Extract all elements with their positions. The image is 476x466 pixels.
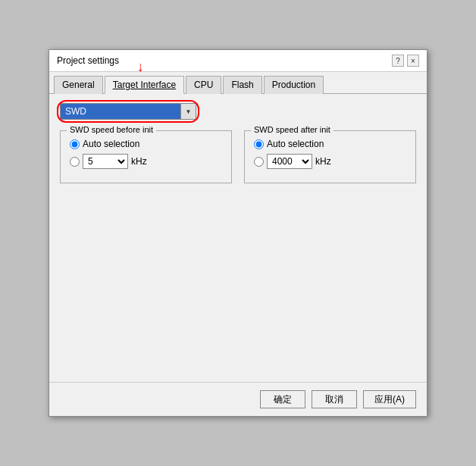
dropdown-arrow-icon[interactable]: ▼ xyxy=(181,103,196,120)
before-speed-select[interactable]: 5 xyxy=(83,154,128,169)
project-settings-dialog: Project settings ? × General Target Inte… xyxy=(49,49,427,417)
interface-dropdown-wrapper: SWD JTAG ▼ xyxy=(60,103,196,120)
manual-after-row: 4000 kHz xyxy=(254,154,406,169)
tabs-bar: General Target Interface ↓ CPU Flash Pro… xyxy=(49,72,427,94)
after-speed-unit: kHz xyxy=(315,156,331,167)
cancel-button[interactable]: 取消 xyxy=(312,390,357,408)
after-speed-select[interactable]: 4000 xyxy=(267,154,312,169)
apply-button[interactable]: 应用(A) xyxy=(363,390,416,408)
speed-groups-row: SWD speed before init Auto selection 5 k… xyxy=(60,130,416,183)
manual-after-radio[interactable] xyxy=(254,157,264,167)
tab-production[interactable]: Production xyxy=(264,76,324,94)
tab-general[interactable]: General xyxy=(54,76,103,94)
swd-before-legend: SWD speed before init xyxy=(67,125,156,134)
help-button[interactable]: ? xyxy=(392,55,404,67)
dialog-footer: 确定 取消 应用(A) xyxy=(49,382,427,416)
before-speed-unit: kHz xyxy=(131,156,147,167)
auto-before-label: Auto selection xyxy=(83,139,139,149)
confirm-button[interactable]: 确定 xyxy=(260,390,305,408)
interface-select[interactable]: SWD JTAG xyxy=(60,103,181,120)
tab-cpu[interactable]: CPU xyxy=(186,76,221,94)
manual-before-row: 5 kHz xyxy=(70,154,222,169)
title-bar: Project settings ? × xyxy=(49,50,427,72)
tab-flash[interactable]: Flash xyxy=(223,76,261,94)
tab-target-interface[interactable]: Target Interface ↓ xyxy=(105,76,184,94)
manual-before-radio[interactable] xyxy=(70,157,80,167)
auto-after-radio[interactable] xyxy=(254,139,264,149)
auto-after-row: Auto selection xyxy=(254,139,406,149)
auto-after-label: Auto selection xyxy=(267,139,324,149)
swd-before-group: SWD speed before init Auto selection 5 k… xyxy=(60,130,232,183)
close-button[interactable]: × xyxy=(407,55,419,67)
content-area: SWD JTAG ▼ SWD speed before init Auto se… xyxy=(49,94,427,382)
auto-before-radio[interactable] xyxy=(70,139,80,149)
dialog-title: Project settings xyxy=(57,55,119,66)
swd-after-group: SWD speed after init Auto selection 4000… xyxy=(244,130,416,183)
swd-after-legend: SWD speed after init xyxy=(251,125,334,134)
interface-selector-row: SWD JTAG ▼ xyxy=(60,103,416,120)
red-arrow-indicator: ↓ xyxy=(137,60,144,73)
auto-before-row: Auto selection xyxy=(70,139,222,149)
